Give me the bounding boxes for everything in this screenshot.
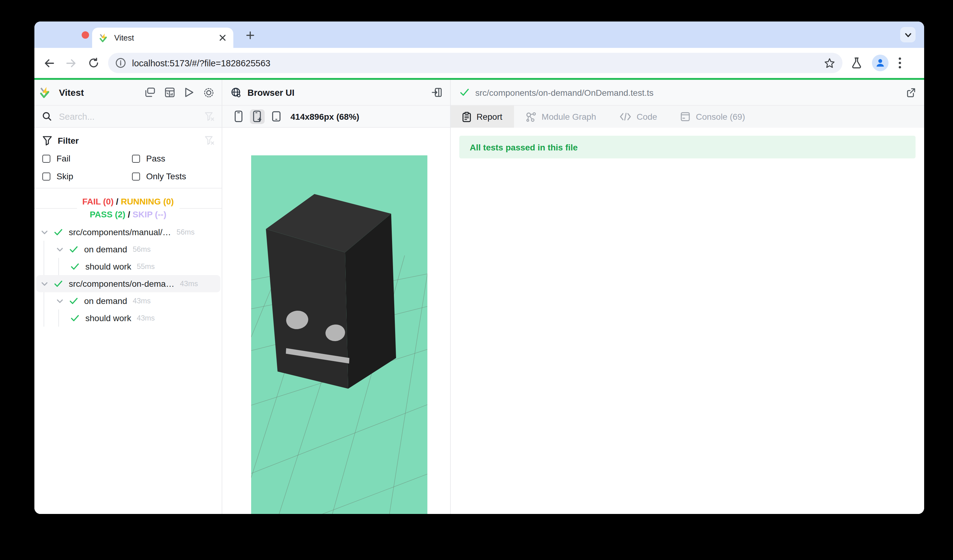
- test-status-summary: FAIL (0) / RUNNING (0) PASS (2) / SKIP (…: [34, 189, 222, 223]
- browser-preview-canvas[interactable]: [251, 155, 427, 514]
- pass-check-icon: [71, 314, 79, 323]
- file-header: src/components/on-demand/OnDemand.test.t…: [451, 80, 924, 105]
- indent-guide: [58, 309, 59, 327]
- tab-module-graph[interactable]: Module Graph: [514, 105, 608, 128]
- toolbar-right-icons: [851, 55, 902, 71]
- pass-check-icon: [54, 228, 63, 236]
- module-graph-icon: [526, 112, 536, 122]
- run-all-icon[interactable]: [183, 87, 195, 98]
- clear-search-filter-icon[interactable]: [204, 111, 214, 122]
- checkbox[interactable]: [132, 154, 140, 163]
- chevron-down-icon[interactable]: [40, 280, 48, 288]
- test-file-row-selected[interactable]: src/components/on-dema… 43ms: [36, 275, 220, 292]
- browser-window: Vitest: [34, 22, 924, 514]
- tab-title: Vitest: [114, 33, 214, 42]
- browser-tab-strip: Vitest: [34, 22, 924, 48]
- indent-guide: [43, 258, 44, 275]
- pass-check-icon: [71, 262, 79, 271]
- status-line-pass-skip: PASS (2) / SKIP (--): [82, 208, 174, 221]
- chevron-down-icon[interactable]: [56, 297, 64, 305]
- filter-checkbox-pass[interactable]: Pass: [132, 154, 165, 163]
- browser-tab-vitest[interactable]: Vitest: [92, 28, 233, 48]
- test-suite-row[interactable]: on demand 56ms: [36, 241, 220, 258]
- address-bar[interactable]: localhost:5173/#/?file=1828625563: [108, 53, 843, 73]
- indent-guide: [58, 258, 59, 275]
- filter-checkbox-skip[interactable]: Skip: [42, 171, 132, 181]
- profile-avatar[interactable]: [872, 55, 889, 71]
- viewport-size-label: 414x896px (68%): [290, 112, 359, 121]
- chevron-down-icon[interactable]: [40, 228, 48, 236]
- vitest-logo-icon: [40, 87, 51, 98]
- site-info-icon[interactable]: [115, 58, 126, 68]
- back-icon[interactable]: [42, 56, 56, 70]
- flask-icon[interactable]: [851, 57, 862, 69]
- search-input[interactable]: [58, 111, 204, 122]
- file-path: src/components/on-demand/OnDemand.test.t…: [475, 87, 905, 97]
- overlapping-windows-icon[interactable]: [144, 87, 155, 98]
- pass-check-icon: [69, 245, 78, 254]
- file-pass-check-icon: [460, 88, 469, 97]
- checkbox[interactable]: [42, 154, 50, 163]
- filter-checkbox-fail[interactable]: Fail: [42, 154, 132, 163]
- sidebar: Vitest: [34, 80, 222, 514]
- reload-icon[interactable]: [87, 56, 100, 70]
- filter-checkbox-only-tests[interactable]: Only Tests: [132, 171, 186, 181]
- tab-console[interactable]: Console (69): [669, 105, 756, 128]
- test-case-row[interactable]: should work 55ms: [36, 258, 220, 275]
- indent-guide: [43, 292, 44, 309]
- browser-ui-panel: Browser UI: [222, 80, 450, 514]
- window-close-button[interactable]: [82, 31, 89, 39]
- indent-guide: [43, 309, 44, 327]
- url-text[interactable]: localhost:5173/#/?file=1828625563: [132, 58, 818, 68]
- test-file-row[interactable]: src/components/manual/… 56ms: [36, 223, 220, 241]
- report-panel: src/components/on-demand/OnDemand.test.t…: [451, 80, 924, 514]
- preset-tablet-icon[interactable]: [269, 109, 284, 124]
- sidebar-search-row: [34, 105, 222, 128]
- theme-toggle-icon[interactable]: [203, 87, 214, 98]
- globe-icon: [231, 87, 241, 98]
- open-in-editor-icon[interactable]: [905, 87, 916, 98]
- report-clipboard-icon: [463, 112, 471, 122]
- tab-code[interactable]: Code: [608, 105, 669, 128]
- code-icon: [619, 112, 631, 121]
- checkbox[interactable]: [42, 172, 50, 180]
- test-case-row[interactable]: should work 43ms: [36, 309, 220, 327]
- checkbox[interactable]: [132, 172, 140, 180]
- all-tests-passed-banner: All tests passed in this file: [459, 136, 916, 158]
- search-icon: [42, 112, 51, 121]
- vitest-favicon-icon: [99, 33, 109, 42]
- dashboard-icon[interactable]: [164, 87, 175, 98]
- clear-filters-icon[interactable]: [204, 135, 214, 146]
- report-tab-bar: Report Module Graph Code: [451, 105, 924, 128]
- test-suite-row[interactable]: on demand 43ms: [36, 292, 220, 309]
- vitest-ui: Vitest: [34, 80, 924, 514]
- bookmark-star-icon[interactable]: [824, 57, 835, 68]
- viewport-toolbar: 414x896px (68%): [222, 105, 450, 128]
- preset-phone-plus-icon[interactable]: [250, 109, 265, 124]
- pass-check-icon: [69, 296, 78, 305]
- filter-title: Filter: [58, 136, 79, 146]
- filter-panel: Filter Fail Pass: [34, 128, 222, 189]
- robot-cube: [266, 194, 396, 389]
- console-icon: [680, 112, 690, 122]
- kebab-menu-icon[interactable]: [898, 57, 902, 69]
- new-tab-icon[interactable]: [243, 28, 257, 42]
- tab-search-chevron-icon[interactable]: [900, 27, 916, 42]
- browser-ui-title: Browser UI: [247, 87, 295, 97]
- chevron-down-icon[interactable]: [56, 245, 64, 253]
- tab-report[interactable]: Report: [451, 105, 514, 128]
- banner-text: All tests passed in this file: [470, 142, 578, 152]
- app-title: Vitest: [59, 87, 84, 98]
- browser-toolbar: localhost:5173/#/?file=1828625563: [34, 48, 924, 78]
- desktop: Vitest: [0, 0, 953, 560]
- forward-icon[interactable]: [64, 56, 78, 70]
- tab-close-icon[interactable]: [219, 34, 226, 41]
- dock-panel-right-icon[interactable]: [431, 87, 442, 98]
- sidebar-header: Vitest: [34, 80, 222, 105]
- preset-phone-small-icon[interactable]: [231, 109, 245, 124]
- test-tree: src/components/manual/… 56ms on demand 5…: [34, 223, 222, 327]
- funnel-filter-icon: [42, 136, 52, 146]
- pass-check-icon: [54, 279, 63, 288]
- browser-ui-header: Browser UI: [222, 80, 450, 105]
- status-line-fail-running: FAIL (0) / RUNNING (0): [82, 195, 174, 208]
